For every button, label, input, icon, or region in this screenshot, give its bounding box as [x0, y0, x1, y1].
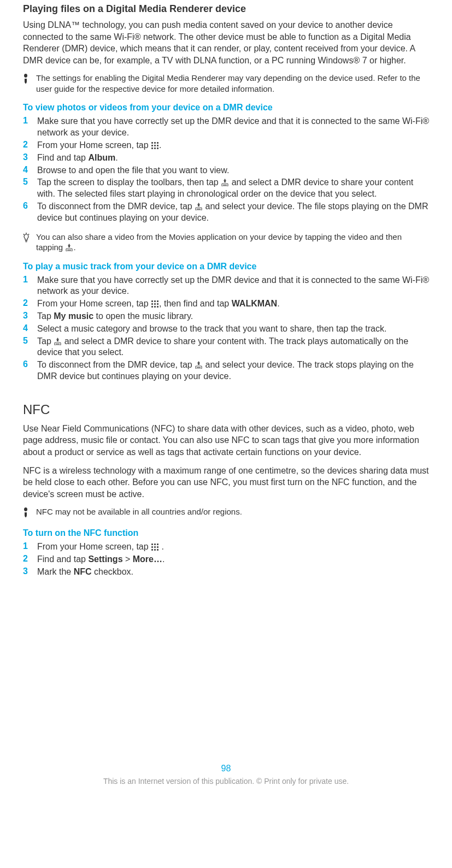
step-row: 1 Make sure that you have correctly set …: [23, 116, 429, 139]
bold-label: Album: [88, 153, 115, 162]
step-number: 1: [23, 541, 34, 551]
svg-rect-32: [197, 367, 201, 368]
step-row: 4 Browse to and open the file that you w…: [23, 165, 429, 176]
svg-rect-1: [154, 142, 156, 144]
procedure-heading: To view photos or videos from your devic…: [23, 103, 429, 113]
step-text-part: to open the music library.: [93, 311, 193, 321]
step-row: 1 From your Home screen, tap .: [23, 541, 429, 553]
bold-label: NFC: [74, 567, 92, 576]
svg-rect-36: [151, 546, 153, 548]
cast-device-icon: [195, 361, 202, 369]
step-text-part: and select a DMR device to share your co…: [37, 336, 408, 357]
step-row: 1 Make sure that you have correctly set …: [23, 275, 429, 298]
apps-grid-icon: [151, 544, 159, 551]
cast-device-icon: [54, 338, 61, 345]
note-text: You can also share a video from the Movi…: [36, 232, 429, 253]
step-list: 1 From your Home screen, tap . 2 Find an…: [23, 541, 429, 577]
step-text: Mark the NFC checkbox.: [37, 566, 429, 578]
step-text-part: .: [162, 554, 165, 564]
procedure-heading: To turn on the NFC function: [23, 528, 429, 538]
step-row: 5 Tap the screen to display the toolbars…: [23, 177, 429, 200]
svg-rect-19: [67, 250, 71, 251]
step-row: 2 Find and tap Settings > More….: [23, 554, 429, 565]
step-text-part: From your Home screen, tap: [37, 542, 151, 551]
svg-rect-26: [151, 306, 153, 308]
step-row: 4 Select a music category and browse to …: [23, 323, 429, 335]
svg-rect-6: [151, 147, 153, 149]
step-text: To disconnect from the DMR device, tap a…: [37, 359, 429, 382]
tip-text-part: .: [73, 243, 75, 252]
important-icon: [23, 74, 31, 86]
step-text-part: To disconnect from the DMR device, tap: [37, 360, 195, 369]
svg-rect-41: [157, 549, 159, 551]
step-number: 1: [23, 275, 34, 285]
svg-rect-12: [197, 209, 201, 210]
step-number: 6: [23, 201, 34, 211]
step-text-part: >: [123, 554, 133, 564]
step-row: 3 Find and tap Album.: [23, 152, 429, 164]
page-number: 98: [23, 764, 429, 773]
svg-rect-2: [157, 142, 159, 144]
svg-rect-7: [154, 147, 156, 149]
svg-rect-25: [157, 303, 159, 305]
step-text: Find and tap Settings > More….: [37, 554, 429, 565]
step-number: 3: [23, 566, 34, 576]
step-number: 3: [23, 311, 34, 321]
step-row: 2 From your Home screen, tap , then find…: [23, 298, 429, 310]
svg-rect-34: [154, 544, 156, 545]
step-text-part: Tap the screen to display the toolbars, …: [37, 178, 221, 187]
svg-rect-20: [151, 300, 153, 302]
body-text: Using DLNA™ technology, you can push med…: [23, 19, 429, 66]
step-number: 3: [23, 152, 34, 162]
step-text-part: checkbox.: [92, 567, 133, 576]
svg-rect-22: [157, 300, 159, 302]
step-text: From your Home screen, tap .: [37, 140, 429, 151]
body-text: Use Near Field Communications (NFC) to s…: [23, 423, 429, 458]
svg-rect-35: [157, 544, 159, 545]
step-number: 5: [23, 177, 34, 187]
step-text: From your Home screen, tap , then find a…: [37, 298, 429, 310]
step-number: 2: [23, 298, 34, 308]
step-list: 1 Make sure that you have correctly set …: [23, 275, 429, 382]
bold-label: My music: [54, 311, 93, 321]
svg-rect-28: [157, 306, 159, 308]
step-number: 6: [23, 359, 34, 369]
important-icon: [23, 507, 31, 519]
step-text-part: Tap: [37, 336, 54, 346]
svg-rect-38: [157, 546, 159, 548]
apps-grid-icon: [151, 300, 159, 308]
step-text: Select a music category and browse to th…: [37, 323, 429, 335]
step-text-part: Tap: [37, 311, 54, 321]
step-row: 6 To disconnect from the DMR device, tap…: [23, 359, 429, 382]
step-row: 5 Tap and select a DMR device to share y…: [23, 336, 429, 359]
body-text: NFC is a wireless technology with a maxi…: [23, 465, 429, 500]
step-row: 2 From your Home screen, tap .: [23, 140, 429, 151]
svg-rect-40: [154, 549, 156, 551]
section-heading-dmr: Playing files on a Digital Media Rendere…: [23, 3, 429, 15]
step-text-part: .: [159, 140, 161, 150]
step-row: 6 To disconnect from the DMR device, tap…: [23, 201, 429, 224]
svg-rect-24: [154, 303, 156, 305]
cast-device-icon: [221, 179, 228, 186]
apps-grid-icon: [151, 142, 159, 149]
step-number: 2: [23, 554, 34, 564]
svg-rect-27: [154, 306, 156, 308]
step-text: To disconnect from the DMR device, tap a…: [37, 201, 429, 224]
step-text-part: From your Home screen, tap: [37, 299, 151, 308]
note-text: NFC may not be available in all countrie…: [36, 506, 242, 517]
step-text-part: , then find and tap: [159, 299, 232, 308]
step-text-part: Mark the: [37, 567, 74, 576]
step-text: Make sure that you have correctly set up…: [37, 116, 429, 139]
footer-text: This is an Internet version of this publ…: [23, 777, 429, 786]
note-row-important: NFC may not be available in all countrie…: [23, 506, 429, 519]
note-text: The settings for enabling the Digital Me…: [36, 73, 429, 94]
svg-rect-16: [25, 240, 27, 241]
bold-label: Settings: [88, 554, 122, 564]
step-list: 1 Make sure that you have correctly set …: [23, 116, 429, 223]
step-text: Tap My music to open the music library.: [37, 311, 429, 322]
step-text: Tap and select a DMR device to share you…: [37, 336, 429, 359]
note-row-important: The settings for enabling the Digital Me…: [23, 73, 429, 94]
step-text-part: Find and tap: [37, 153, 88, 162]
svg-rect-33: [151, 544, 153, 545]
bold-label: WALKMAN: [232, 299, 278, 308]
